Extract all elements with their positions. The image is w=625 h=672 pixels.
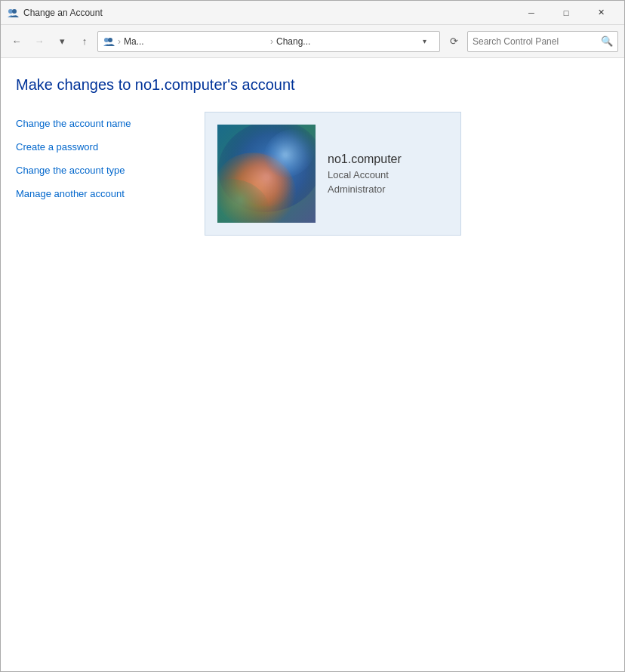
window-icon: [7, 7, 19, 19]
address-bar: › Ma... › Chang... ▾: [97, 31, 440, 52]
window-title: Change an Account: [23, 8, 514, 18]
svg-point-3: [108, 38, 112, 42]
close-button[interactable]: ✕: [583, 1, 618, 25]
address-icon: [103, 35, 115, 48]
svg-point-1: [12, 9, 17, 14]
change-account-type-link[interactable]: Change the account type: [16, 159, 182, 182]
breadcrumb-current[interactable]: Chang...: [276, 36, 420, 47]
manage-another-account-link[interactable]: Manage another account: [16, 182, 182, 205]
breadcrumb-parent[interactable]: Ma...: [124, 36, 267, 47]
breadcrumb-separator-1: ›: [118, 36, 121, 47]
page-title: Make changes to no1.computer's account: [16, 76, 609, 94]
account-card: no1.computer Local Account Administrator: [205, 112, 461, 236]
search-input[interactable]: [473, 36, 598, 47]
avatar-canvas: [217, 125, 316, 223]
avatar: [217, 125, 316, 223]
create-password-link[interactable]: Create a password: [16, 135, 182, 159]
account-name: no1.computer: [328, 153, 402, 166]
breadcrumb-separator-2: ›: [270, 36, 273, 47]
search-bar: 🔍: [467, 31, 618, 52]
recent-button[interactable]: ▾: [52, 32, 72, 51]
change-account-name-link[interactable]: Change the account name: [16, 112, 182, 135]
minimize-button[interactable]: ─: [514, 1, 549, 25]
content-area: Change the account name Create a passwor…: [16, 112, 609, 236]
links-section: Change the account name Create a passwor…: [16, 112, 182, 236]
window-controls: ─ □ ✕: [514, 1, 618, 25]
search-icon[interactable]: 🔍: [601, 35, 613, 47]
window: Change an Account ─ □ ✕ ← → ▾ ↑ › Ma... …: [0, 0, 625, 672]
main-content: Make changes to no1.computer's account C…: [1, 58, 624, 671]
account-type: Local Account: [328, 169, 402, 180]
refresh-button[interactable]: ⟳: [443, 31, 464, 52]
account-role: Administrator: [328, 183, 402, 195]
title-bar: Change an Account ─ □ ✕: [1, 1, 624, 25]
back-button[interactable]: ←: [7, 32, 26, 51]
account-info: no1.computer Local Account Administrator: [328, 153, 402, 195]
maximize-button[interactable]: □: [549, 1, 583, 25]
nav-bar: ← → ▾ ↑ › Ma... › Chang... ▾ ⟳ 🔍: [1, 25, 624, 58]
forward-button[interactable]: →: [29, 32, 49, 51]
address-dropdown-icon[interactable]: ▾: [423, 37, 435, 45]
up-button[interactable]: ↑: [75, 32, 94, 51]
